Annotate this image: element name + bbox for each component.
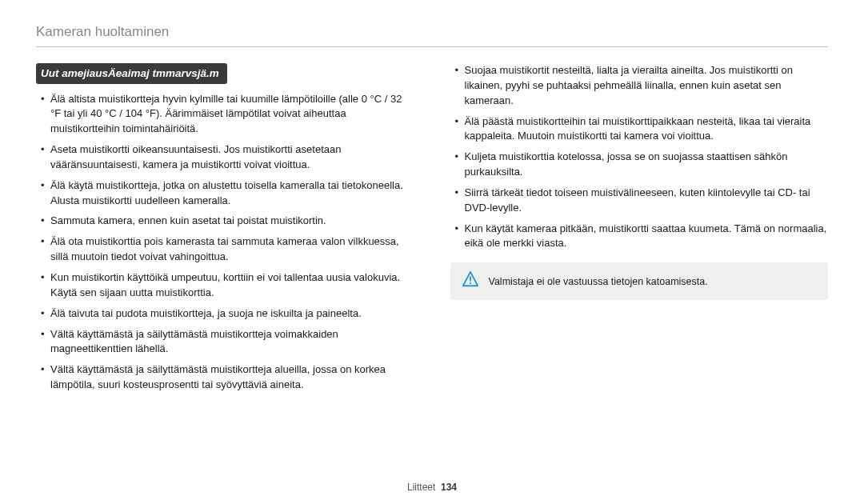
list-item: Aseta muistikortti oikeansuuntaisesti. J… <box>39 142 414 173</box>
warning-icon <box>462 270 479 292</box>
page-footer: Liitteet 134 <box>0 482 864 493</box>
left-bullet-list: Älä altista muistikortteja hyvin kylmill… <box>36 92 414 393</box>
list-item: Suojaa muistikortit nesteiltä, lialta ja… <box>454 63 829 109</box>
document-page: Kameran huoltaminen Uut amejiausÄeaimaj … <box>0 0 864 504</box>
list-item: Kuljeta muistikorttia kotelossa, jossa s… <box>454 150 829 180</box>
list-item: Vältä käyttämästä ja säilyttämästä muist… <box>39 362 414 393</box>
section-heading: Uut amejiausÄeaimaj tmmarvsjä.m <box>36 63 227 84</box>
left-column: Uut amejiausÄeaimaj tmmarvsjä.m Älä alti… <box>36 63 414 398</box>
list-item: Älä käytä muistikortteja, jotka on alust… <box>39 178 414 209</box>
svg-point-2 <box>469 282 470 284</box>
list-item: Kun muistikortin käyttöikä umpeutuu, kor… <box>39 270 414 301</box>
warning-note: Valmistaja ei ole vastuussa tietojen kat… <box>450 262 829 300</box>
list-item: Älä ota muistikorttia pois kamerasta tai… <box>39 234 414 265</box>
page-number: 134 <box>441 482 457 493</box>
list-item: Siirrä tärkeät tiedot toiseen muistiväli… <box>454 186 829 216</box>
list-item: Älä taivuta tai pudota muistikortteja, j… <box>39 306 414 322</box>
right-column: Suojaa muistikortit nesteiltä, lialta ja… <box>450 63 829 398</box>
right-bullet-list: Suojaa muistikortit nesteiltä, lialta ja… <box>450 63 829 251</box>
list-item: Sammuta kamera, ennen kuin asetat tai po… <box>39 214 414 229</box>
content-columns: Uut amejiausÄeaimaj tmmarvsjä.m Älä alti… <box>36 63 828 398</box>
list-item: Vältä käyttämästä ja säilyttämästä muist… <box>39 327 414 358</box>
list-item: Älä päästä muistikortteihin tai muistiko… <box>454 114 829 145</box>
warning-text: Valmistaja ei ole vastuussa tietojen kat… <box>489 274 708 289</box>
page-title: Kameran huoltaminen <box>36 24 828 47</box>
list-item: Älä altista muistikortteja hyvin kylmill… <box>39 92 414 138</box>
list-item: Kun käytät kameraa pitkään, muistikortti… <box>454 222 829 252</box>
footer-section: Liitteet <box>407 482 435 493</box>
